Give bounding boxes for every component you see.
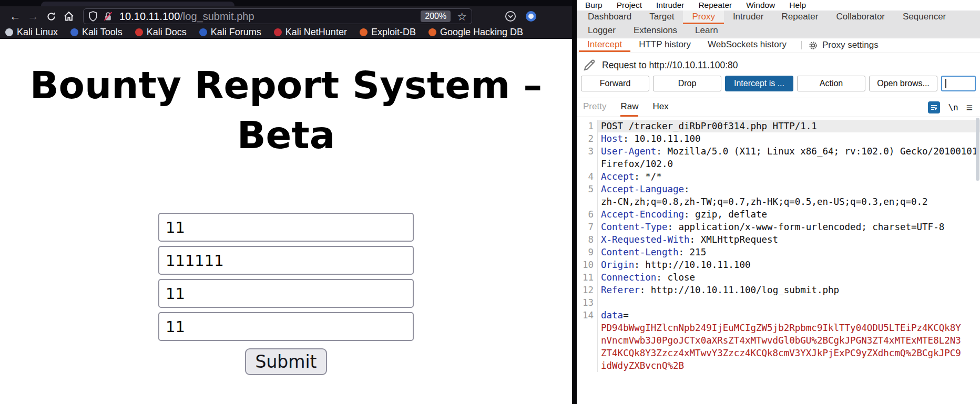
editor-menu-icon[interactable]: ≡ — [966, 102, 973, 113]
page-title: Bounty Report System – Beta — [0, 60, 572, 160]
reload-icon[interactable] — [42, 8, 60, 24]
menu-item[interactable]: Repeater — [698, 1, 732, 10]
editor-scrollbar[interactable] — [976, 118, 979, 181]
submit-button[interactable]: Submit — [245, 348, 326, 375]
request-line: 4 Accept: */* — [577, 170, 980, 183]
shield-icon[interactable] — [88, 11, 98, 22]
firefox-active-tab[interactable] — [41, 2, 234, 6]
menu-item[interactable]: Help — [789, 1, 806, 10]
cwe-field[interactable] — [158, 246, 414, 275]
soft-wrap-icon[interactable] — [928, 101, 940, 113]
bookmark-favicon — [135, 28, 143, 36]
bookmark-item[interactable]: Google Hacking DB — [428, 27, 523, 38]
home-icon[interactable] — [60, 8, 78, 24]
bookmark-star-icon[interactable]: ☆ — [457, 11, 467, 22]
line-text: ZT4KCQk8Y3Zzcz4xMTwvY3Zzcz4KCQk8cmV3YXJk… — [598, 347, 980, 359]
reward-field[interactable] — [158, 312, 414, 341]
sub-tab[interactable]: Intercept — [579, 38, 630, 52]
intercept-toolbar-button[interactable]: Drop — [653, 76, 721, 91]
bookmark-item[interactable]: Kali NetHunter — [274, 27, 347, 38]
firefox-window: ← → 10.10.11.100/log_submit.php — [0, 0, 572, 404]
bookmark-label: Google Hacking DB — [440, 27, 523, 38]
lock-insecure-icon[interactable] — [104, 11, 113, 22]
request-line: nVncmVwb3J0PgoJCTx0aXRsZT4xMTwvdGl0bGU%2… — [577, 334, 980, 347]
editor-tab[interactable]: Raw — [620, 98, 638, 117]
editor-tab-list: PrettyRawHex — [583, 98, 669, 117]
subtab-separator — [801, 41, 802, 49]
bookmark-item[interactable]: Kali Docs — [135, 27, 187, 38]
request-target-line: Request to http://10.10.11.100:80 — [583, 58, 980, 72]
sub-tab[interactable]: HTTP history — [630, 38, 699, 52]
bookmark-item[interactable]: Exploit-DB — [360, 27, 416, 38]
forward-icon[interactable]: → — [24, 8, 42, 24]
reload-icon-glyph — [46, 12, 56, 22]
cvss-field[interactable] — [158, 279, 414, 308]
zoom-level-badge[interactable]: 200% — [421, 11, 451, 22]
blue-circle-extension-icon[interactable] — [526, 11, 536, 22]
show-newlines-icon[interactable]: \n — [948, 102, 958, 112]
main-tab[interactable]: Repeater — [772, 11, 827, 24]
request-line: 14 data= — [577, 309, 980, 322]
main-tab[interactable]: Target — [640, 11, 683, 24]
pocket-icon[interactable] — [505, 11, 516, 22]
bookmark-item[interactable]: Kali Linux — [5, 27, 58, 38]
intercept-toolbar-button[interactable]: Open brows... — [869, 76, 937, 91]
menu-item[interactable]: Project — [617, 1, 642, 10]
line-number: 6 — [577, 208, 598, 221]
intercept-toolbar-button[interactable]: Intercept is ... — [725, 76, 793, 91]
gear-icon — [808, 40, 818, 50]
sub-tab[interactable]: WebSockets history — [699, 38, 795, 52]
line-number — [577, 359, 598, 372]
window-divider — [572, 0, 577, 404]
main-tab[interactable]: Proxy — [683, 11, 723, 24]
main-tab-row-1: DashboardTargetProxyIntruderRepeaterColl… — [577, 11, 980, 24]
main-tab[interactable]: Dashboard — [579, 11, 640, 24]
editor-tab[interactable]: Pretty — [583, 98, 606, 117]
raw-request-editor[interactable]: 1 POST /tracker_diRbPr00f314.php HTTP/1.… — [577, 117, 980, 372]
main-tab[interactable]: Extensions — [625, 24, 686, 38]
line-text: PD94bWwgIHZlcnNpb249IjEuMCIgZW5jb2Rpbmc9… — [598, 322, 980, 334]
editor-tab[interactable]: Hex — [652, 98, 668, 117]
url-path: /log_submit.php — [180, 11, 254, 22]
request-line: 7 Content-Type: application/x-www-form-u… — [577, 221, 980, 233]
back-icon[interactable]: ← — [6, 8, 24, 24]
request-line: 9 Content-Length: 215 — [577, 246, 980, 258]
focused-field[interactable] — [941, 76, 976, 91]
line-text: Content-Length: 215 — [598, 246, 980, 258]
main-tab[interactable]: Collaborator — [827, 11, 894, 24]
pencil-icon — [583, 59, 596, 71]
bookmark-favicon — [5, 28, 13, 36]
main-tab[interactable]: Sequencer — [894, 11, 955, 24]
main-tab[interactable]: Learn — [686, 24, 727, 38]
menu-item[interactable]: Burp — [585, 1, 603, 10]
request-line: PD94bWwgIHZlcnNpb249IjEuMCIgZW5jb2Rpbmc9… — [577, 322, 980, 334]
request-line: 8 X-Requested-With: XMLHttpRequest — [577, 233, 980, 246]
intercept-buttons: ForwardDropIntercept is ...ActionOpen br… — [581, 76, 937, 91]
proxy-settings-button[interactable]: Proxy settings — [808, 40, 879, 50]
bookmark-label: Kali Docs — [147, 27, 187, 38]
title-field[interactable] — [158, 213, 414, 242]
request-line: 11 Connection: close — [577, 271, 980, 284]
line-number: 2 — [577, 132, 598, 145]
firefox-tab-strip — [0, 0, 572, 6]
line-text: data= — [598, 309, 980, 322]
main-tab[interactable]: Logger — [579, 24, 625, 38]
page-title-line1: Bounty Report System – — [0, 60, 572, 110]
bookmarks-bar: Kali Linux Kali Tools Kali Docs Kali For… — [0, 26, 572, 39]
url-bar[interactable]: 10.10.11.100/log_submit.php 200% ☆ — [83, 8, 472, 24]
line-text: User-Agent: Mozilla/5.0 (X11; Linux x86_… — [598, 145, 980, 158]
main-tab[interactable]: Intruder — [724, 11, 773, 24]
intercept-toolbar-button[interactable]: Action — [797, 76, 865, 91]
line-number: 14 — [577, 309, 598, 322]
editor-icon-group: \n ≡ — [928, 101, 973, 113]
bookmark-item[interactable]: Kali Forums — [199, 27, 261, 38]
home-icon-glyph — [64, 11, 74, 22]
menu-item[interactable]: Window — [746, 1, 775, 10]
request-line: 10 Origin: http://10.10.11.100 — [577, 258, 980, 271]
line-text: nVncmVwb3J0PgoJCTx0aXRsZT4xMTwvdGl0bGU%2… — [598, 334, 980, 347]
bookmark-item[interactable]: Kali Tools — [70, 27, 122, 38]
menu-item[interactable]: Intruder — [656, 1, 684, 10]
proxy-sub-tabs: InterceptHTTP historyWebSockets history … — [577, 38, 980, 53]
line-number: 7 — [577, 221, 598, 233]
intercept-toolbar-button[interactable]: Forward — [581, 76, 649, 91]
